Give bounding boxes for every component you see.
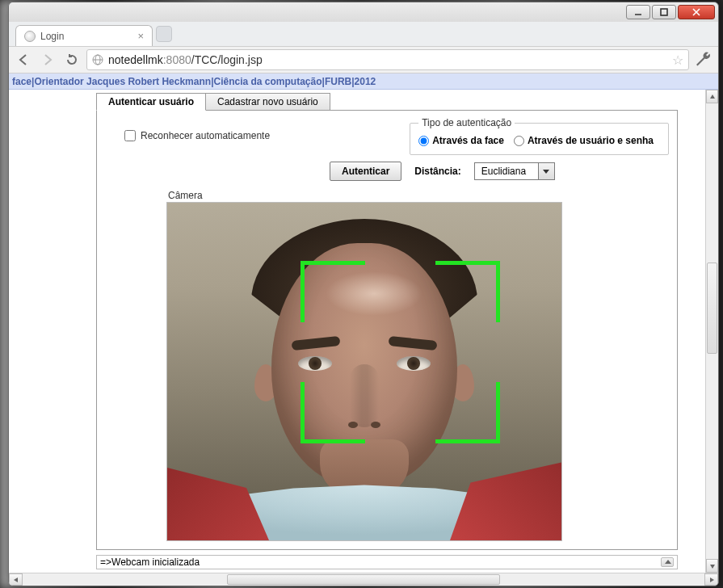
status-log: =>Webcam inicializada [96, 555, 678, 569]
status-text: =>Webcam inicializada [100, 556, 200, 568]
page-tabs: Autenticar usuário Cadastrar novo usuári… [96, 92, 712, 110]
tab-authenticate-user[interactable]: Autenticar usuário [96, 93, 206, 111]
chevron-down-icon[interactable] [538, 163, 554, 179]
radio-face-label: Através da face [432, 135, 504, 146]
window-titlebar [9, 2, 718, 22]
new-tab-button[interactable] [156, 26, 172, 42]
vertical-scrollbar[interactable] [705, 90, 718, 573]
distance-label: Distância: [414, 166, 460, 177]
radio-face-option[interactable]: Através da face [418, 135, 504, 146]
window-minimize-button[interactable] [626, 5, 650, 19]
breadcrumb-link[interactable]: 2012 [355, 76, 376, 87]
browser-menu-button[interactable] [694, 50, 713, 69]
camera-legend: Câmera [166, 190, 204, 201]
camera-preview [166, 202, 562, 541]
authenticate-button[interactable]: Autenticar [330, 162, 401, 181]
breadcrumb: face | Orientador Jacques Robert Heckman… [9, 74, 718, 90]
auth-type-group: Tipo de autenticação Através da face Atr… [410, 117, 669, 155]
browser-tabbar: Login × [9, 22, 718, 46]
breadcrumb-link[interactable]: Orientador Jacques Robert Heckmann [34, 76, 211, 87]
breadcrumb-link[interactable]: Ciência da computação [213, 76, 322, 87]
face-bracket-corner [301, 382, 365, 443]
radio-userpass-option[interactable]: Através de usuário e senha [514, 135, 654, 146]
svg-rect-1 [661, 9, 667, 15]
horizontal-scrollbar[interactable] [9, 573, 718, 586]
url-host: notedellmk [108, 53, 163, 66]
auth-panel: Reconhecer automaticamente Tipo de auten… [96, 110, 678, 550]
url-path: /TCC/login.jsp [191, 53, 263, 66]
scroll-track[interactable] [23, 573, 704, 586]
arrow-left-icon [17, 53, 30, 66]
svg-marker-11 [710, 578, 714, 582]
window-maximize-button[interactable] [652, 5, 676, 19]
auth-type-legend: Tipo de autenticação [418, 117, 515, 128]
browser-toolbar: notedellmk:8080/TCC/login.jsp ☆ [9, 46, 718, 74]
nav-forward-button[interactable] [38, 50, 57, 69]
face-bracket-corner [301, 261, 365, 322]
svg-marker-8 [710, 94, 715, 99]
face-bracket-corner [435, 382, 500, 443]
globe-icon [92, 54, 103, 65]
browser-window: Login × notedellmk:8080/TCC/login.jsp ☆ … [8, 2, 719, 586]
nav-back-button[interactable] [14, 50, 33, 69]
tab-register-user[interactable]: Cadastrar novo usuário [206, 93, 330, 111]
scroll-left-button[interactable] [9, 573, 23, 586]
breadcrumb-link[interactable]: FURB [325, 76, 351, 87]
auto-recognize-label: Reconhecer automaticamente [141, 130, 270, 141]
minimize-icon [634, 8, 642, 16]
svg-marker-10 [14, 578, 18, 582]
url-port: :8080 [163, 53, 191, 66]
radio-userpass-label: Através de usuário e senha [528, 135, 654, 146]
svg-marker-9 [710, 565, 715, 569]
page-viewport: face | Orientador Jacques Robert Heckman… [9, 74, 718, 573]
auto-recognize-checkbox[interactable] [124, 130, 136, 141]
browser-tab-title: Login [40, 31, 64, 42]
face-bracket-corner [435, 261, 500, 322]
nav-reload-button[interactable] [62, 50, 82, 69]
scroll-thumb[interactable] [707, 262, 717, 354]
distance-select[interactable]: Euclidiana [474, 162, 555, 180]
browser-tab-login[interactable]: Login × [15, 25, 153, 46]
window-close-button[interactable] [678, 5, 715, 19]
favicon-icon [24, 31, 36, 42]
reload-icon [65, 53, 78, 66]
radio-userpass[interactable] [514, 136, 524, 146]
scroll-track[interactable] [706, 103, 718, 559]
bookmark-star-icon[interactable]: ☆ [672, 52, 683, 68]
scroll-right-button[interactable] [704, 573, 718, 586]
arrow-right-icon [41, 53, 54, 66]
tab-close-icon[interactable]: × [137, 30, 144, 42]
breadcrumb-link[interactable]: face [12, 76, 32, 87]
camera-section: Câmera [166, 187, 578, 541]
close-icon [692, 8, 700, 16]
distance-selected-value: Euclidiana [475, 166, 538, 177]
auto-recognize-field[interactable]: Reconhecer automaticamente [105, 117, 270, 141]
camera-photo [167, 203, 561, 540]
scroll-down-button[interactable] [706, 559, 718, 573]
svg-marker-7 [543, 170, 549, 174]
radio-face[interactable] [418, 136, 429, 146]
scroll-thumb[interactable] [227, 574, 500, 585]
maximize-icon [660, 8, 668, 16]
wrench-icon [694, 50, 713, 69]
address-bar[interactable]: notedellmk:8080/TCC/login.jsp ☆ [86, 49, 689, 70]
scroll-up-button[interactable] [706, 90, 718, 103]
log-scroll-up-icon[interactable] [661, 557, 674, 567]
